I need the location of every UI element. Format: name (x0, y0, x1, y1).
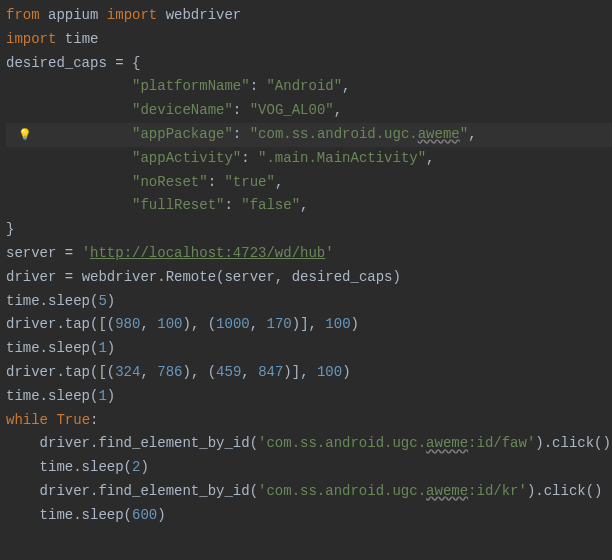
string: "false" (241, 197, 300, 213)
keyword: import (6, 31, 56, 47)
identifier: time (56, 31, 98, 47)
code-line: while True: (6, 409, 612, 433)
code-line: "noReset": "true", (6, 171, 612, 195)
code-editor[interactable]: from appium import webdriver import time… (0, 0, 612, 532)
string: "com.ss.android.ugc. (250, 126, 418, 142)
string: :id/faw' (468, 435, 535, 451)
number: 847 (258, 364, 283, 380)
code-line: time.sleep(600) (6, 504, 612, 528)
brace: { (124, 55, 141, 71)
identifier: driver.tap([( (6, 316, 115, 332)
string: "deviceName" (132, 102, 233, 118)
code-line: time.sleep(1) (6, 337, 612, 361)
brace: } (6, 221, 14, 237)
code-line: driver.find_element_by_id('com.ss.androi… (6, 432, 612, 456)
number: 1 (98, 340, 106, 356)
keyword: True (56, 412, 90, 428)
string-warn: aweme (426, 483, 468, 499)
code-line: driver.tap([(324, 786), (459, 847)], 100… (6, 361, 612, 385)
code-line: driver.tap([(980, 100), (1000, 170)], 10… (6, 313, 612, 337)
keyword: import (107, 7, 157, 23)
code-line: "platformName": "Android", (6, 75, 612, 99)
code-line: from appium import webdriver (6, 4, 612, 28)
identifier: driver.tap([( (6, 364, 115, 380)
code-line: driver.find_element_by_id('com.ss.androi… (6, 480, 612, 504)
number: 600 (132, 507, 157, 523)
identifier: time.sleep( (6, 293, 98, 309)
keyword: from (6, 7, 40, 23)
url: http://localhost:4723/wd/hub (90, 245, 325, 261)
operator: = (115, 55, 123, 71)
code-line: server = 'http://localhost:4723/wd/hub' (6, 242, 612, 266)
code-line: "deviceName": "VOG_AL00", (6, 99, 612, 123)
string: 'com.ss.android.ugc. (258, 483, 426, 499)
string: " (460, 126, 468, 142)
identifier: webdriver.Remote(server (82, 269, 275, 285)
code-line: import time (6, 28, 612, 52)
identifier: server (6, 245, 65, 261)
code-line: } (6, 218, 612, 242)
number: 170 (267, 316, 292, 332)
identifier: driver (6, 269, 65, 285)
string: "true" (224, 174, 274, 190)
number: 100 (157, 316, 182, 332)
identifier: appium (40, 7, 107, 23)
code-line: time.sleep(5) (6, 290, 612, 314)
identifier: time.sleep( (40, 459, 132, 475)
code-line: time.sleep(1) (6, 385, 612, 409)
lightbulb-icon[interactable]: 💡 (18, 126, 32, 145)
identifier: driver.find_element_by_id( (40, 483, 258, 499)
identifier: time.sleep( (40, 507, 132, 523)
code-line: time.sleep(2) (6, 456, 612, 480)
identifier: time.sleep( (6, 388, 98, 404)
code-line: "fullReset": "false", (6, 194, 612, 218)
number: 5 (98, 293, 106, 309)
string: "noReset" (132, 174, 208, 190)
string: :id/kr' (468, 483, 527, 499)
string: "fullReset" (132, 197, 224, 213)
number: 1 (98, 388, 106, 404)
identifier: desired_caps) (292, 269, 401, 285)
code-line: desired_caps = { (6, 52, 612, 76)
number: 980 (115, 316, 140, 332)
number: 324 (115, 364, 140, 380)
number: 1000 (216, 316, 250, 332)
identifier: time.sleep( (6, 340, 98, 356)
string: "Android" (266, 78, 342, 94)
number: 459 (216, 364, 241, 380)
code-line: "appActivity": ".main.MainActivity", (6, 147, 612, 171)
identifier: driver.find_element_by_id( (40, 435, 258, 451)
string-warn: aweme (426, 435, 468, 451)
identifier: desired_caps (6, 55, 115, 71)
number: 786 (157, 364, 182, 380)
keyword: while (6, 412, 56, 428)
number: 100 (325, 316, 350, 332)
number: 100 (317, 364, 342, 380)
string: ' (325, 245, 333, 261)
string: 'com.ss.android.ugc. (258, 435, 426, 451)
string: "appPackage" (132, 126, 233, 142)
string-warn: aweme (418, 126, 460, 142)
string: "appActivity" (132, 150, 241, 166)
code-line-highlighted: 💡 "appPackage": "com.ss.android.ugc.awem… (6, 123, 612, 147)
code-line: driver = webdriver.Remote(server, desire… (6, 266, 612, 290)
string: ".main.MainActivity" (258, 150, 426, 166)
string: "platformName" (132, 78, 250, 94)
string: ' (82, 245, 90, 261)
identifier: webdriver (157, 7, 241, 23)
string: "VOG_AL00" (250, 102, 334, 118)
